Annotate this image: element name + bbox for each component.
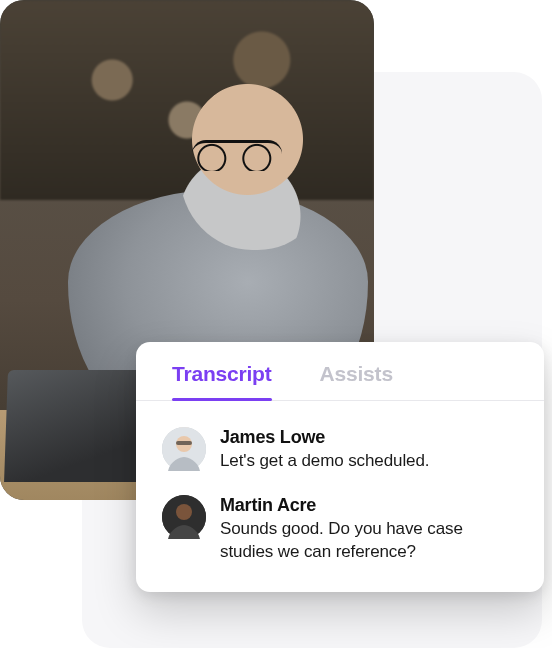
transcript-panel: Transcript Assists James Lowe Let's get … [136,342,544,592]
message-list: James Lowe Let's get a demo scheduled. M… [136,401,544,576]
svg-rect-2 [176,441,192,445]
tab-assists[interactable]: Assists [320,362,393,400]
message-author: Martin Acre [220,495,518,516]
tab-transcript[interactable]: Transcript [172,362,272,400]
person-icon [162,427,206,471]
avatar [162,495,206,539]
tab-bar: Transcript Assists [136,342,544,401]
message-author: James Lowe [220,427,518,448]
message-text: Let's get a demo scheduled. [220,450,518,473]
svg-point-4 [176,504,192,520]
avatar [162,427,206,471]
list-item: Martin Acre Sounds good. Do you have cas… [162,485,518,576]
list-item: James Lowe Let's get a demo scheduled. [162,417,518,485]
person-icon [162,495,206,539]
message-text: Sounds good. Do you have case studies we… [220,518,518,564]
